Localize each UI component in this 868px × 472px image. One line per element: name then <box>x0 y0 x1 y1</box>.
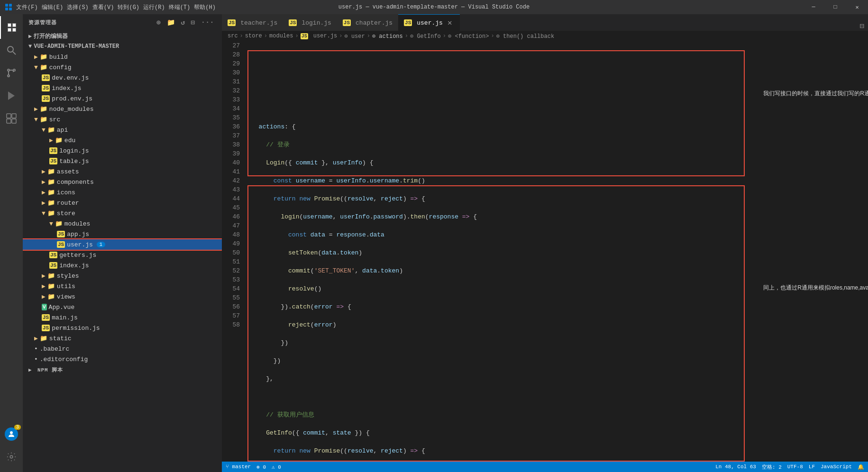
project-section[interactable]: ▼ VUE-ADMIN-TEMPLATE-MASTER <box>23 41 222 52</box>
tree-icons[interactable]: ▶ 📁 icons <box>23 187 222 198</box>
breadcrumb-store[interactable]: store <box>245 33 262 39</box>
svg-point-8 <box>8 75 9 77</box>
tree-build[interactable]: ▶ 📁 build <box>23 52 222 62</box>
tree-dev-env[interactable]: JS dev.env.js <box>23 73 222 83</box>
tree-main-js[interactable]: JS main.js <box>23 312 222 323</box>
tree-edu[interactable]: ▶ 📁 edu <box>23 135 222 145</box>
tree-modules[interactable]: ▼ 📁 modules <box>23 218 222 229</box>
more-icon[interactable]: ··· <box>199 18 216 27</box>
refresh-icon[interactable]: ↺ <box>179 18 187 27</box>
split-editor-icon[interactable]: ⊟ <box>859 21 864 31</box>
activity-git[interactable] <box>0 62 23 84</box>
tree-styles[interactable]: ▶ 📁 styles <box>23 271 222 281</box>
file-mainjs-label: main.js <box>52 314 78 321</box>
close-button[interactable]: ✕ <box>846 0 868 14</box>
folder-src-icon: 📁 <box>40 116 47 123</box>
tree-user-js[interactable]: JS user.js 1 <box>23 239 222 250</box>
activity-extensions[interactable] <box>0 107 23 130</box>
new-folder-icon[interactable]: 📁 <box>165 18 177 27</box>
tab-close-icon[interactable]: ✕ <box>446 18 454 27</box>
status-ln[interactable]: Ln 48, Col 63 <box>715 464 756 470</box>
status-spaces[interactable]: 空格: 2 <box>762 463 782 471</box>
activity-settings[interactable] <box>0 445 23 468</box>
svg-rect-13 <box>12 119 16 123</box>
menu-edit[interactable]: 编辑(E) <box>42 3 64 11</box>
activity-search[interactable] <box>0 39 23 62</box>
tree-router[interactable]: ▶ 📁 router <box>23 198 222 208</box>
breadcrumb-getinfo[interactable]: ⊙ GetInfo <box>410 33 441 40</box>
tree-getters[interactable]: JS getters.js <box>23 250 222 260</box>
menu-selection[interactable]: 选择(S) <box>67 3 89 11</box>
status-warnings[interactable]: ⚠ 0 <box>272 464 281 470</box>
breadcrumb-modules[interactable]: modules <box>269 33 293 39</box>
breadcrumb-src[interactable]: src <box>228 33 238 39</box>
tree-store-index[interactable]: JS index.js <box>23 260 222 271</box>
project-name: VUE-ADMIN-TEMPLATE-MASTER <box>34 43 119 50</box>
tree-app-vue[interactable]: V App.vue <box>23 302 222 312</box>
tab-user[interactable]: JS user.js ✕ <box>398 14 460 31</box>
code-area[interactable]: 我们写接口的时候，直接通过我们写的R通用类链式调用.data模拟返回token即… <box>246 41 868 462</box>
code-line-31: return new Promise((resolve, reject) => … <box>251 194 868 203</box>
folder-styles-icon: 📁 <box>47 272 55 280</box>
status-lang[interactable]: JavaScript <box>821 464 852 470</box>
tree-views[interactable]: ▶ 📁 views <box>23 291 222 302</box>
tree-editorconfig[interactable]: • .editorconfig <box>23 354 222 364</box>
menu-run[interactable]: 运行(R) <box>143 3 165 11</box>
tab-js-icon: JS <box>289 19 297 26</box>
tree-src[interactable]: ▼ 📁 src <box>23 114 222 125</box>
file-loginapi-label: login.js <box>59 147 89 154</box>
new-file-icon[interactable]: ⊕ <box>155 18 163 27</box>
tab-teacher[interactable]: JS teacher.js <box>222 14 283 31</box>
tab-login[interactable]: JS login.js <box>283 14 337 31</box>
tree-static[interactable]: ▶ 📁 static <box>23 333 222 344</box>
status-errors[interactable]: ⊗ 0 <box>256 464 266 470</box>
menu-file[interactable]: 文件(F) <box>16 3 38 11</box>
svg-rect-12 <box>7 119 11 123</box>
tree-table-api[interactable]: JS table.js <box>23 156 222 166</box>
annotation-first: 我们写接口的时候，直接通过我们写的R通用类链式调用.data模拟返回token即… <box>760 79 864 98</box>
npm-section[interactable]: ▶ NPM 脚本 <box>23 364 222 375</box>
menu-help[interactable]: 帮助(H) <box>194 3 216 11</box>
breadcrumb-actions[interactable]: ⊙ actions <box>372 33 403 40</box>
js-icon: JS <box>42 325 50 331</box>
status-notification-icon[interactable]: 🔔 <box>858 464 864 470</box>
breadcrumb-then[interactable]: ⊙ then() callback <box>496 33 554 40</box>
menu-view[interactable]: 查看(V) <box>92 3 114 11</box>
status-line-ending[interactable]: LF <box>809 464 815 470</box>
open-editors-section[interactable]: ▶ 打开的编辑器 <box>23 31 222 41</box>
maximize-button[interactable]: □ <box>824 0 846 14</box>
tree-api[interactable]: ▼ 📁 api <box>23 125 222 135</box>
collapse-icon[interactable]: ⊟ <box>189 18 197 27</box>
tree-permission-js[interactable]: JS permission.js <box>23 323 222 333</box>
status-branch[interactable]: ⑂ master <box>226 464 251 470</box>
js-icon: JS <box>49 158 57 164</box>
tree-utils[interactable]: ▶ 📁 utils <box>23 281 222 291</box>
menu-goto[interactable]: 转到(G) <box>118 3 139 11</box>
tree-components[interactable]: ▶ 📁 components <box>23 177 222 187</box>
tree-node-modules[interactable]: ▶ 📁 node_modules <box>23 104 222 114</box>
folder-nodemodules-icon: 📁 <box>40 105 47 113</box>
tree-babelrc[interactable]: • .babelrc <box>23 344 222 354</box>
sidebar-header: 资源管理器 ⊕ 📁 ↺ ⊟ ··· <box>23 14 222 31</box>
breadcrumb-userjs[interactable]: JS user.js <box>301 33 338 39</box>
tab-teacher-label: teacher.js <box>240 19 277 27</box>
tree-login-api[interactable]: JS login.js <box>23 145 222 156</box>
activity-explorer[interactable] <box>0 16 23 39</box>
tree-config[interactable]: ▼ 📁 config <box>23 62 222 73</box>
status-encoding[interactable]: UTF-8 <box>787 464 803 470</box>
tree-app-js[interactable]: JS app.js <box>23 229 222 239</box>
tree-prod-env[interactable]: JS prod.env.js <box>23 93 222 104</box>
breadcrumb-user[interactable]: ⊙ user <box>344 33 365 40</box>
minimize-button[interactable]: ─ <box>803 0 824 14</box>
code-line-42 <box>251 392 868 401</box>
menu-terminal[interactable]: 终端(T) <box>169 3 191 11</box>
breadcrumb-function[interactable]: ⊙ <function> <box>448 33 489 40</box>
tree-assets[interactable]: ▶ 📁 assets <box>23 166 222 177</box>
activity-run[interactable] <box>0 84 23 107</box>
file-userjs-label: user.js <box>67 241 93 248</box>
tree-index-config[interactable]: JS index.js <box>23 83 222 93</box>
code-line-39: }) <box>251 338 868 347</box>
activity-account[interactable]: 3 <box>0 423 23 445</box>
tab-chapter[interactable]: JS chapter.js <box>337 14 398 31</box>
tree-store[interactable]: ▼ 📁 store <box>23 208 222 218</box>
